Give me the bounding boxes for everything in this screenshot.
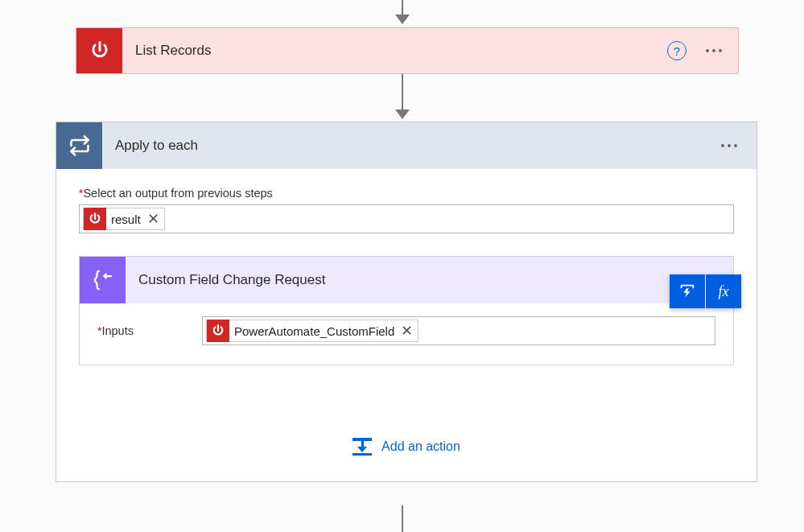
step-custom-field-change-request: Custom Field Change Request *Inputs (79, 256, 734, 365)
add-action-label: Add an action (381, 439, 460, 454)
label-text: Select an output from previous steps (83, 187, 272, 200)
step-list-records[interactable]: List Records ? (76, 27, 739, 74)
token-customfield[interactable]: PowerAutomate_CustomField ✕ (206, 320, 418, 342)
step-title: List Records (122, 43, 667, 59)
apply-to-each-header[interactable]: Apply to each (56, 122, 757, 169)
connector-line (402, 505, 403, 532)
power-icon (76, 28, 122, 73)
label-text: Inputs (101, 324, 134, 337)
select-output-label: *Select an output from previous steps (79, 187, 734, 200)
token-text: result (106, 212, 146, 226)
connector-line (402, 0, 403, 14)
step-apply-to-each: Apply to each *Select an output from pre… (56, 122, 757, 482)
select-output-input[interactable]: result ✕ (79, 204, 734, 233)
dynamic-content-button[interactable] (670, 274, 705, 308)
power-icon (84, 208, 106, 230)
step-title: Apply to each (102, 138, 718, 154)
power-icon (207, 320, 229, 342)
arrowhead-icon (395, 109, 410, 119)
custom-action-header[interactable]: Custom Field Change Request (80, 257, 733, 303)
custom-action-body: *Inputs PowerAutomate_CustomField ✕ (80, 303, 733, 365)
arrowhead-icon (395, 14, 410, 24)
add-action-button[interactable]: Add an action (79, 438, 734, 456)
token-text: PowerAutomate_CustomField (229, 324, 399, 338)
token-remove[interactable]: ✕ (146, 210, 164, 228)
loop-icon (56, 122, 102, 169)
more-menu[interactable] (703, 49, 725, 52)
inputs-field[interactable]: PowerAutomate_CustomField ✕ (202, 316, 715, 345)
svg-marker-0 (683, 288, 690, 297)
expression-button[interactable]: fx (706, 274, 741, 308)
more-menu[interactable] (718, 144, 740, 147)
step-title: Custom Field Change Request (126, 272, 733, 288)
token-remove[interactable]: ✕ (399, 322, 418, 340)
insert-action-icon (353, 438, 372, 456)
dynamic-content-toolbar: fx (670, 274, 741, 308)
apply-to-each-body: *Select an output from previous steps re… (56, 169, 757, 481)
connector-line (402, 74, 403, 109)
fx-label: fx (719, 283, 729, 300)
flow-canvas: List Records ? Apply to each (0, 0, 804, 532)
braces-icon (80, 257, 126, 303)
help-icon[interactable]: ? (667, 41, 686, 60)
token-result[interactable]: result ✕ (83, 208, 165, 230)
inputs-label: *Inputs (97, 324, 202, 337)
